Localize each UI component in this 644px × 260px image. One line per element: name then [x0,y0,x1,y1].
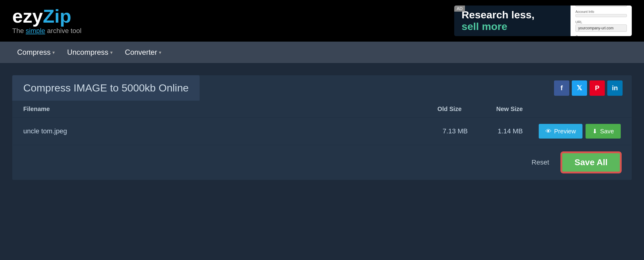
header: ezyZip The simple archive tool AD Resear… [0,0,644,42]
reset-button[interactable]: Reset [526,155,555,170]
logo: ezyZip [12,7,81,26]
nav-compress-label: Compress [17,48,51,57]
nav-compress[interactable]: Compress ▾ [12,42,60,63]
download-icon: ⬇ [592,128,597,135]
ad-banner: AD Research less, sell more Account name… [454,6,632,36]
logo-ezy: ezy [12,6,43,27]
nav-converter-label: Converter [125,48,157,57]
file-new-size: 1.14 MB [474,127,529,135]
preview-label: Preview [554,128,576,135]
table-headers: Filename Old Size New Size [12,101,632,118]
nav-uncompress-label: Uncompress [67,48,108,57]
facebook-icon: f [560,84,563,92]
nav-converter[interactable]: Converter ▾ [120,42,166,63]
ad-headline: Research less, [462,9,563,20]
ad-field-account-name: Account name [575,6,627,7]
tool-header: Compress IMAGE to 5000kb Online f 𝕏 P in [12,75,632,101]
twitter-icon: 𝕏 [577,84,582,92]
tool-title: Compress IMAGE to 5000kb Online [23,82,189,94]
table-row: uncle tom.jpeg 7.13 MB 1.14 MB 👁 Preview… [12,118,632,145]
save-all-button[interactable]: Save All [561,152,621,173]
social-buttons: f 𝕏 P in [554,80,632,96]
ad-field-account-info: Account Info [575,10,627,17]
save-file-button[interactable]: ⬇ Save [586,124,621,139]
logo-zip: Zip [43,6,71,27]
tagline-before: The [12,27,26,35]
converter-chevron: ▾ [159,50,161,55]
ad-subheadline: sell more [462,20,563,32]
file-actions: 👁 Preview ⬇ Save [529,124,621,139]
save-label: Save [600,128,614,135]
nav-uncompress[interactable]: Uncompress ▾ [62,42,118,63]
tagline-simple: simple [26,27,45,35]
linkedin-icon: in [612,84,618,92]
twitter-button[interactable]: 𝕏 [572,80,587,96]
col-oldsize: Old Size [406,106,468,113]
file-name: uncle tom.jpeg [23,127,419,135]
uncompress-chevron: ▾ [110,50,113,55]
compress-chevron: ▾ [52,50,55,55]
ad-badge: AD [454,6,465,12]
ad-field-url: URL yourcompany-url.com [575,20,627,32]
col-filename: Filename [23,106,406,113]
col-newsize: New Size [468,106,529,113]
ad-field-company: Company name [575,35,627,36]
tagline-after: archive tool [45,27,82,35]
tool-card: Compress IMAGE to 5000kb Online f 𝕏 P in… [12,75,632,180]
preview-button[interactable]: 👁 Preview [539,124,582,139]
table-footer: Reset Save All [12,145,632,180]
tool-title-tab: Compress IMAGE to 5000kb Online [12,75,200,101]
pinterest-button[interactable]: P [590,80,605,96]
file-old-size: 7.13 MB [419,127,474,135]
logo-area: ezyZip The simple archive tool [12,7,81,35]
linkedin-button[interactable]: in [607,80,623,96]
main-content: Compress IMAGE to 5000kb Online f 𝕏 P in… [0,63,644,192]
main-nav: Compress ▾ Uncompress ▾ Converter ▾ [0,42,644,63]
tagline: The simple archive tool [12,27,81,35]
ad-form: Account name Account Info URL yourcompan… [571,6,632,36]
ad-content-left: Research less, sell more [454,6,571,36]
eye-icon: 👁 [545,128,552,135]
facebook-button[interactable]: f [554,80,569,96]
pinterest-icon: P [595,84,600,92]
